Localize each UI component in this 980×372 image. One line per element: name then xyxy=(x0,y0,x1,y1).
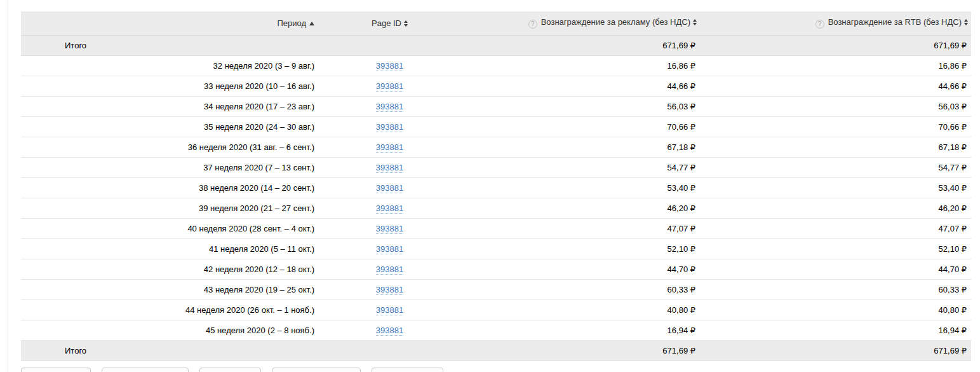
page-id-cell: 393881 xyxy=(316,238,464,259)
rtb-reward-cell: 44,66 ₽ xyxy=(701,76,971,96)
group-spacer-cell xyxy=(21,157,180,177)
footer-button-1[interactable] xyxy=(21,368,91,372)
group-spacer-cell xyxy=(21,55,180,76)
table-header-row: Период Page ID ?Вознаграждение за реклам… xyxy=(21,11,971,35)
rtb-reward-cell: 54,77 ₽ xyxy=(701,157,971,177)
page-id-link[interactable]: 393881 xyxy=(376,224,403,234)
page-id-cell: 393881 xyxy=(316,55,464,76)
page-id-link[interactable]: 393881 xyxy=(376,122,403,132)
group-spacer-cell xyxy=(21,279,180,300)
footer-button-5[interactable] xyxy=(372,368,443,372)
group-spacer-cell xyxy=(21,116,180,137)
rtb-reward-cell: 40,80 ₽ xyxy=(701,300,971,320)
total-row-bottom: Итого 671,69 ₽ 671,69 ₽ xyxy=(21,340,971,361)
column-header-ad-reward-label: Вознаграждение за рекламу (без НДС) xyxy=(541,17,690,27)
ad-reward-cell: 54,77 ₽ xyxy=(464,157,701,177)
column-header-period[interactable]: Период xyxy=(180,11,316,35)
column-header-ad-reward[interactable]: ?Вознаграждение за рекламу (без НДС) xyxy=(464,11,701,35)
rtb-reward-cell: 52,10 ₽ xyxy=(701,238,971,259)
page-id-cell: 393881 xyxy=(316,116,464,137)
column-header-period-label: Период xyxy=(277,18,306,28)
ad-reward-cell: 46,20 ₽ xyxy=(464,198,701,218)
total-ad-reward: 671,69 ₽ xyxy=(464,35,701,55)
help-icon[interactable]: ? xyxy=(816,20,824,29)
column-header-group-spacer xyxy=(21,11,180,35)
period-cell: 33 неделя 2020 (10 – 16 авг.) xyxy=(180,76,316,96)
rtb-reward-cell: 53,40 ₽ xyxy=(701,177,971,198)
page-id-link[interactable]: 393881 xyxy=(376,163,403,173)
table-row: 32 неделя 2020 (3 – 9 авг.) 393881 16,86… xyxy=(21,55,971,76)
group-spacer-cell xyxy=(21,177,180,198)
table-row: 44 неделя 2020 (26 окт. – 1 нояб.) 39388… xyxy=(21,300,971,320)
table-row: 45 неделя 2020 (2 – 8 нояб.) 393881 16,9… xyxy=(21,320,971,340)
page-id-cell: 393881 xyxy=(316,300,464,320)
page-id-link[interactable]: 393881 xyxy=(376,244,403,254)
page-id-cell: 393881 xyxy=(316,96,464,116)
page-id-cell: 393881 xyxy=(316,177,464,198)
footer-button-4[interactable] xyxy=(272,368,361,372)
sort-icon xyxy=(693,19,697,25)
page-id-link[interactable]: 393881 xyxy=(376,142,403,153)
group-spacer-cell xyxy=(21,320,180,340)
total-rtb-reward: 671,69 ₽ xyxy=(701,340,971,361)
total-ad-reward: 671,69 ₽ xyxy=(464,340,701,361)
ad-reward-cell: 16,94 ₽ xyxy=(464,320,701,340)
total-page-id-cell xyxy=(316,340,464,361)
page-id-link[interactable]: 393881 xyxy=(376,81,403,92)
page-id-link[interactable]: 393881 xyxy=(376,183,403,193)
column-header-rtb-reward-label: Вознаграждение за RTB (без НДС) xyxy=(828,17,962,27)
page-id-link[interactable]: 393881 xyxy=(376,61,403,71)
rtb-reward-cell: 70,66 ₽ xyxy=(701,116,971,137)
period-cell: 32 неделя 2020 (3 – 9 авг.) xyxy=(180,55,316,76)
page-id-cell: 393881 xyxy=(316,198,464,218)
rtb-reward-cell: 46,20 ₽ xyxy=(701,198,971,218)
footer-button-3[interactable] xyxy=(199,368,261,372)
page-id-link[interactable]: 393881 xyxy=(376,203,403,214)
period-cell: 34 неделя 2020 (17 – 23 авг.) xyxy=(180,96,316,116)
rtb-reward-cell: 60,33 ₽ xyxy=(701,279,971,300)
group-spacer-cell xyxy=(21,76,180,96)
table-row: 41 неделя 2020 (5 – 11 окт.) 393881 52,1… xyxy=(21,238,971,259)
group-spacer-cell xyxy=(21,137,180,157)
footer-button-2[interactable] xyxy=(102,368,189,372)
page-left-divider xyxy=(8,0,8,372)
group-spacer-cell xyxy=(21,198,180,218)
rtb-reward-cell: 56,03 ₽ xyxy=(701,96,971,116)
column-header-page-id[interactable]: Page ID xyxy=(316,11,464,35)
page-id-cell: 393881 xyxy=(316,259,464,279)
page-id-cell: 393881 xyxy=(316,279,464,300)
ad-reward-cell: 44,70 ₽ xyxy=(464,259,701,279)
page-id-cell: 393881 xyxy=(316,320,464,340)
page-id-cell: 393881 xyxy=(316,218,464,238)
help-icon[interactable]: ? xyxy=(528,20,537,29)
period-cell: 37 неделя 2020 (7 – 13 сент.) xyxy=(180,157,316,177)
page-id-link[interactable]: 393881 xyxy=(376,102,403,112)
group-spacer-cell xyxy=(21,218,180,238)
table-row: 40 неделя 2020 (28 сент. – 4 окт.) 39388… xyxy=(21,218,971,238)
period-cell: 39 неделя 2020 (21 – 27 сент.) xyxy=(180,198,316,218)
period-cell: 40 неделя 2020 (28 сент. – 4 окт.) xyxy=(180,218,316,238)
table-row: 42 неделя 2020 (12 – 18 окт.) 393881 44,… xyxy=(21,259,971,279)
page-id-link[interactable]: 393881 xyxy=(376,285,403,295)
page-id-link[interactable]: 393881 xyxy=(376,265,403,275)
ad-reward-cell: 56,03 ₽ xyxy=(464,96,701,116)
rtb-reward-cell: 67,18 ₽ xyxy=(701,137,971,157)
column-header-page-id-label: Page ID xyxy=(372,18,401,28)
total-label: Итого xyxy=(21,35,316,55)
rtb-reward-cell: 16,94 ₽ xyxy=(701,320,971,340)
ad-reward-cell: 16,86 ₽ xyxy=(464,55,701,76)
period-cell: 35 неделя 2020 (24 – 30 авг.) xyxy=(180,116,316,137)
group-spacer-cell xyxy=(21,259,180,279)
page-id-cell: 393881 xyxy=(316,76,464,96)
table-row: 35 неделя 2020 (24 – 30 авг.) 393881 70,… xyxy=(21,116,971,137)
page-id-link[interactable]: 393881 xyxy=(376,305,403,315)
statistics-report-table: Период Page ID ?Вознаграждение за реклам… xyxy=(21,11,971,361)
total-rtb-reward: 671,69 ₽ xyxy=(701,35,971,55)
table-row: 37 неделя 2020 (7 – 13 сент.) 393881 54,… xyxy=(21,157,971,177)
column-header-rtb-reward[interactable]: ?Вознаграждение за RTB (без НДС) xyxy=(701,11,971,35)
group-spacer-cell xyxy=(21,300,180,320)
page-id-link[interactable]: 393881 xyxy=(376,326,403,336)
total-label: Итого xyxy=(21,340,316,361)
period-cell: 44 неделя 2020 (26 окт. – 1 нояб.) xyxy=(180,300,316,320)
ad-reward-cell: 44,66 ₽ xyxy=(464,76,701,96)
